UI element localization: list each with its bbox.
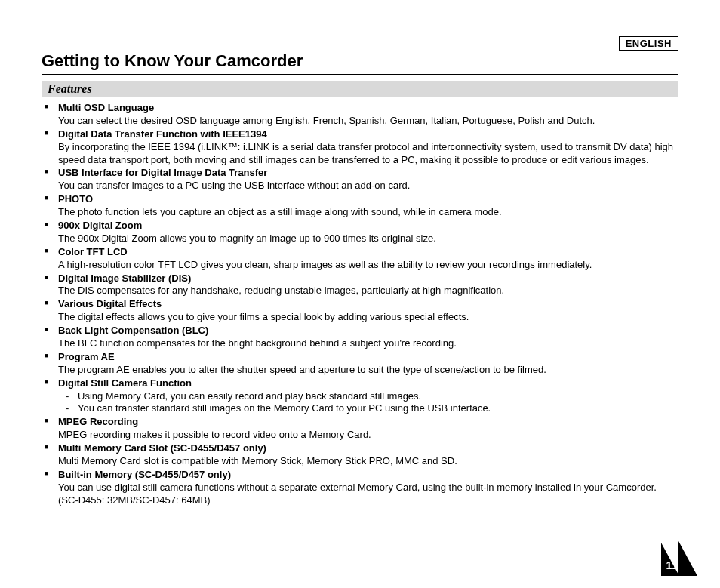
feature-title: PHOTO bbox=[58, 193, 678, 206]
feature-desc: You can select the desired OSD language … bbox=[58, 115, 678, 128]
feature-item: Multi OSD LanguageYou can select the des… bbox=[58, 102, 678, 128]
feature-title: Multi OSD Language bbox=[58, 102, 678, 115]
feature-title: Color TFT LCD bbox=[58, 246, 678, 259]
language-tag: ENGLISH bbox=[619, 36, 678, 51]
section-header-features: Features bbox=[42, 81, 678, 97]
page-title: Getting to Know Your Camcorder bbox=[42, 51, 678, 75]
feature-desc: The DIS compensates for any handshake, r… bbox=[58, 285, 678, 297]
page-footer-decoration: 11 bbox=[652, 537, 697, 579]
feature-desc: The 900x Digital Zoom allows you to magn… bbox=[58, 232, 678, 245]
feature-title: Digital Still Camera Function bbox=[58, 377, 678, 390]
feature-item: Digital Image Stabilizer (DIS)The DIS co… bbox=[58, 272, 678, 298]
feature-desc: The program AE enables you to alter the … bbox=[58, 364, 678, 377]
feature-item: USB Interface for Digital Image Data Tra… bbox=[58, 167, 678, 192]
feature-desc: MPEG recording makes it possible to reco… bbox=[58, 429, 678, 442]
feature-title: Digital Image Stabilizer (DIS) bbox=[58, 272, 678, 285]
feature-desc: By incorporating the IEEE 1394 (i.LINK™:… bbox=[58, 141, 678, 167]
feature-item: Color TFT LCDA high-resolution color TFT… bbox=[58, 246, 678, 272]
feature-item: Digital Still Camera FunctionUsing Memor… bbox=[58, 377, 678, 416]
features-list: Multi OSD LanguageYou can select the des… bbox=[42, 102, 678, 507]
feature-title: Multi Memory Card Slot (SC-D455/D457 onl… bbox=[58, 442, 678, 455]
feature-desc: The BLC function compensates for the bri… bbox=[58, 337, 678, 350]
feature-title: Back Light Compensation (BLC) bbox=[58, 325, 678, 337]
feature-item: Built-in Memory (SC-D455/D457 only)You c… bbox=[58, 469, 678, 507]
feature-item: Various Digital EffectsThe digital effec… bbox=[58, 298, 678, 324]
feature-sub: Using Memory Card, you can easily record… bbox=[58, 390, 678, 403]
feature-title: Various Digital Effects bbox=[58, 298, 678, 311]
feature-desc: The photo function lets you capture an o… bbox=[58, 206, 678, 219]
feature-item: 900x Digital ZoomThe 900x Digital Zoom a… bbox=[58, 220, 678, 245]
feature-title: Program AE bbox=[58, 351, 678, 364]
feature-item: MPEG RecordingMPEG recording makes it po… bbox=[58, 416, 678, 442]
feature-desc: You can use digital still camera functio… bbox=[58, 482, 678, 507]
feature-item: Digital Data Transfer Function with IEEE… bbox=[58, 128, 678, 167]
page-number: 11 bbox=[666, 559, 678, 571]
feature-item: Program AEThe program AE enables you to … bbox=[58, 351, 678, 377]
feature-sub: You can transfer standard still images o… bbox=[58, 402, 678, 415]
feature-item: Multi Memory Card Slot (SC-D455/D457 onl… bbox=[58, 442, 678, 468]
feature-item: PHOTOThe photo function lets you capture… bbox=[58, 193, 678, 219]
feature-desc: The digital effects allows you to give y… bbox=[58, 311, 678, 324]
feature-title: 900x Digital Zoom bbox=[58, 220, 678, 232]
feature-desc: Multi Memory Card slot is compatible wit… bbox=[58, 455, 678, 468]
feature-title: Built-in Memory (SC-D455/D457 only) bbox=[58, 469, 678, 482]
feature-title: USB Interface for Digital Image Data Tra… bbox=[58, 167, 678, 180]
feature-desc: A high-resolution color TFT LCD gives yo… bbox=[58, 259, 678, 272]
feature-item: Back Light Compensation (BLC)The BLC fun… bbox=[58, 325, 678, 350]
feature-title: MPEG Recording bbox=[58, 416, 678, 429]
feature-desc: You can transfer images to a PC using th… bbox=[58, 180, 678, 192]
feature-title: Digital Data Transfer Function with IEEE… bbox=[58, 128, 678, 141]
